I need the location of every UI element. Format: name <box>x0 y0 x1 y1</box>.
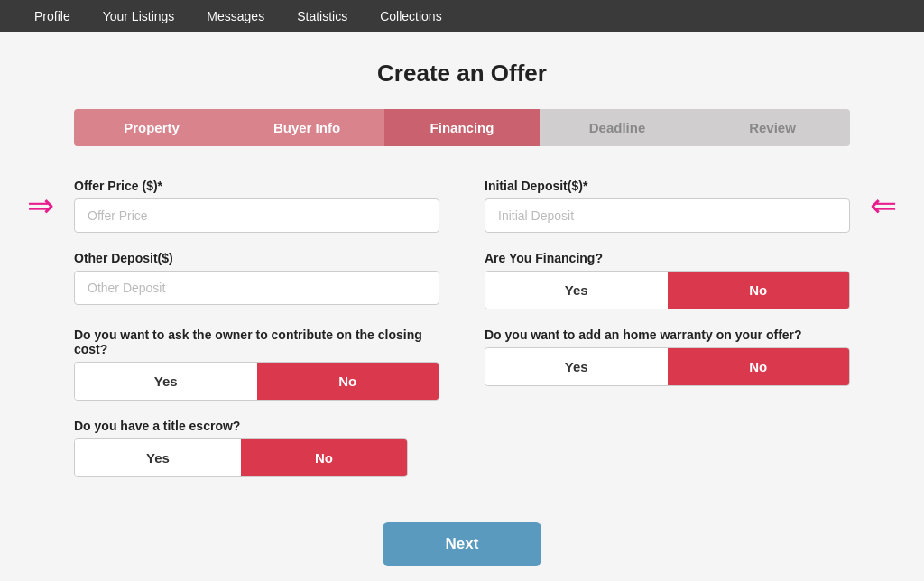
nav-collections[interactable]: Collections <box>364 0 457 32</box>
warranty-no-button[interactable]: No <box>668 348 850 385</box>
offer-price-group: ⇒ Offer Price ($)* <box>74 179 439 233</box>
initial-deposit-group: ⇐ Initial Deposit($)* <box>485 179 850 233</box>
next-button-container: Next <box>74 522 850 566</box>
offer-price-arrow-left: ⇒ <box>27 189 54 222</box>
offer-price-label: Offer Price ($)* <box>74 179 439 193</box>
tab-deadline[interactable]: Deadline <box>540 109 695 146</box>
escrow-label: Do you have a title escrow? <box>74 419 439 433</box>
financing-label: Are You Financing? <box>485 251 850 265</box>
financing-toggle-group: Are You Financing? Yes No <box>485 251 850 309</box>
warranty-toggle: Yes No <box>485 347 850 386</box>
main-nav: Profile Your Listings Messages Statistic… <box>0 0 924 32</box>
escrow-toggle: Yes No <box>74 438 408 477</box>
tab-review[interactable]: Review <box>695 109 850 146</box>
closing-cost-no-button[interactable]: No <box>257 363 439 400</box>
tab-buyer-info[interactable]: Buyer Info <box>229 109 384 146</box>
closing-cost-label: Do you want to ask the owner to contribu… <box>74 327 439 356</box>
nav-messages[interactable]: Messages <box>190 0 281 32</box>
initial-deposit-input[interactable] <box>485 198 850 233</box>
initial-deposit-label: Initial Deposit($)* <box>485 179 850 193</box>
financing-no-button[interactable]: No <box>668 272 850 309</box>
page-title: Create an Offer <box>74 60 850 88</box>
financing-toggle: Yes No <box>485 271 850 309</box>
closing-cost-group: Do you want to ask the owner to contribu… <box>74 327 439 401</box>
warranty-yes-button[interactable]: Yes <box>485 348 668 385</box>
financing-form: ⇒ Offer Price ($)* ⇐ Initial Deposit($)*… <box>74 179 850 495</box>
escrow-yes-button[interactable]: Yes <box>75 439 241 476</box>
warranty-group: Do you want to add an home warranty on y… <box>485 327 850 401</box>
nav-your-listings[interactable]: Your Listings <box>87 0 191 32</box>
offer-price-input[interactable] <box>74 198 439 233</box>
next-button[interactable]: Next <box>383 522 542 566</box>
warranty-label: Do you want to add an home warranty on y… <box>485 327 850 342</box>
escrow-group: Do you have a title escrow? Yes No <box>74 419 439 477</box>
tab-financing[interactable]: Financing <box>384 109 540 146</box>
other-deposit-group: Other Deposit($) <box>74 251 439 309</box>
nav-statistics[interactable]: Statistics <box>281 0 364 32</box>
step-tabs: Property Buyer Info Financing Deadline R… <box>74 109 850 146</box>
other-deposit-label: Other Deposit($) <box>74 251 439 265</box>
escrow-no-button[interactable]: No <box>241 439 407 476</box>
other-deposit-input[interactable] <box>74 271 439 305</box>
nav-profile[interactable]: Profile <box>18 0 87 32</box>
tab-property[interactable]: Property <box>74 109 229 146</box>
financing-yes-button[interactable]: Yes <box>485 272 668 309</box>
initial-deposit-arrow-right: ⇐ <box>870 189 897 222</box>
closing-cost-yes-button[interactable]: Yes <box>75 363 257 400</box>
closing-cost-toggle: Yes No <box>74 362 439 401</box>
